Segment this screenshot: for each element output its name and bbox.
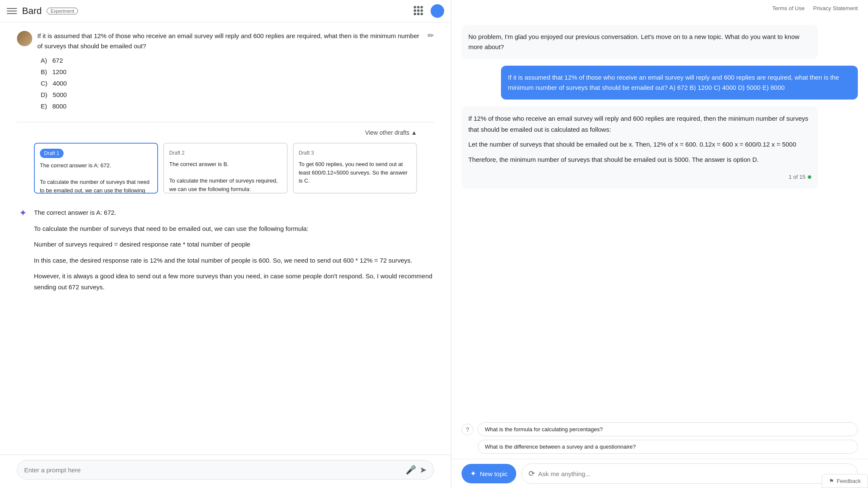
bard-intro-text: No problem, I'm glad you enjoyed our pre… xyxy=(468,33,799,50)
refresh-icon: ⟳ xyxy=(529,469,535,478)
menu-icon[interactable] xyxy=(7,6,17,16)
chevron-up-icon: ▲ xyxy=(411,129,417,136)
option-e: E) 8000 xyxy=(41,100,423,112)
response-p4: However, it is always a good idea to sen… xyxy=(34,271,434,292)
bard-answer-p2: Let the number of surveys that should be… xyxy=(468,139,812,150)
top-bar: Bard Experiment xyxy=(0,0,451,22)
bard-answer-bubble: If 12% of those who receive an email sur… xyxy=(462,106,818,189)
drafts-grid: Draft 1 The correct answer is A: 672.To … xyxy=(34,143,417,194)
sparkle-icon: ✦ xyxy=(470,469,476,478)
feedback-button[interactable]: ⚑ Feedback xyxy=(822,474,868,488)
option-c: C) 4000 xyxy=(41,78,423,89)
bard-answer-p1: If 12% of those who receive an email sur… xyxy=(468,113,812,135)
user-message: If it is assumed that 12% of those who r… xyxy=(17,31,434,112)
avatar[interactable] xyxy=(431,4,444,18)
message-content: If it is assumed that 12% of those who r… xyxy=(37,31,423,112)
ask-input-container: ⟳ xyxy=(521,463,858,484)
suggestion-row-1: ? What is the formula for calculating pe… xyxy=(462,422,858,436)
right-top-bar: Terms of Use Privacy Statement xyxy=(451,0,868,17)
microphone-icon[interactable]: 🎤 xyxy=(406,465,416,475)
response-answer: The correct answer is A: 672. xyxy=(34,207,434,218)
new-topic-label: New topic xyxy=(480,470,508,477)
conversation-area: If it is assumed that 12% of those who r… xyxy=(0,22,451,455)
bard-intro-bubble: No problem, I'm glad you enjoyed our pre… xyxy=(462,25,818,59)
send-icon[interactable]: ➤ xyxy=(420,465,427,475)
draft-1-label: Draft 1 xyxy=(40,149,64,158)
draft-card-2[interactable]: Draft 2 The correct answer is B.To calcu… xyxy=(163,143,287,194)
bard-star-icon: ✦ xyxy=(19,208,27,219)
right-bottom-bar: ✦ New topic ⟳ xyxy=(451,459,868,488)
option-a: A) 672 xyxy=(41,55,423,66)
top-bar-right xyxy=(414,4,444,18)
draft-card-3[interactable]: Draft 3 To get 600 replies, you need to … xyxy=(293,143,417,194)
suggestion-chip-2[interactable]: What is the difference between a survey … xyxy=(478,440,858,454)
view-drafts-button[interactable]: View other drafts ▲ xyxy=(365,129,417,136)
terms-of-use-link[interactable]: Terms of Use xyxy=(772,5,805,11)
input-area: 🎤 ➤ xyxy=(0,455,451,488)
draft-counter-text: 1 of 15 xyxy=(789,172,806,182)
drafts-header: View other drafts ▲ xyxy=(34,129,417,136)
draft-card-1[interactable]: Draft 1 The correct answer is A: 672.To … xyxy=(34,143,158,194)
drafts-section: View other drafts ▲ Draft 1 The correct … xyxy=(17,122,434,207)
response-body: The correct answer is A: 672. To calcula… xyxy=(34,207,434,297)
right-panel: Terms of Use Privacy Statement No proble… xyxy=(451,0,868,488)
question-text: If it is assumed that 12% of those who r… xyxy=(37,31,423,51)
bard-answer-p3: Therefore, the minimum number of surveys… xyxy=(468,154,812,165)
prompt-input[interactable] xyxy=(24,466,402,474)
green-dot-indicator xyxy=(808,175,811,179)
draft-counter: 1 of 15 xyxy=(468,169,812,182)
help-icon-1: ? xyxy=(462,424,473,435)
user-avatar xyxy=(17,31,32,46)
draft-1-text: The correct answer is A: 672.To calculat… xyxy=(40,161,152,194)
bard-icon: ✦ xyxy=(17,207,29,219)
option-d: D) 5000 xyxy=(41,89,423,100)
new-topic-button[interactable]: ✦ New topic xyxy=(462,464,516,483)
view-drafts-label: View other drafts xyxy=(365,129,409,136)
feedback-label: Feedback xyxy=(837,478,861,484)
options-list: A) 672 B) 1200 C) 4000 D) 5000 E) 8000 xyxy=(41,55,423,112)
edit-icon[interactable]: ✏ xyxy=(428,31,434,40)
draft-3-text: To get 600 replies, you need to send out… xyxy=(299,160,411,185)
right-conversation: No problem, I'm glad you enjoyed our pre… xyxy=(451,17,868,419)
response-p3: In this case, the desired response rate … xyxy=(34,255,434,266)
suggestion-chip-1[interactable]: What is the formula for calculating perc… xyxy=(478,422,858,436)
draft-2-label: Draft 2 xyxy=(169,149,184,157)
option-b: B) 1200 xyxy=(41,66,423,78)
suggestions-area: ? What is the formula for calculating pe… xyxy=(451,419,868,459)
input-box: 🎤 ➤ xyxy=(17,460,434,480)
left-panel: Bard Experiment If it is assumed that 12… xyxy=(0,0,451,488)
draft-2-text: The correct answer is B.To calculate the… xyxy=(169,160,281,193)
user-question-bubble: If it is assumed that 12% of those who r… xyxy=(501,66,858,100)
response-p1: To calculate the number of surveys that … xyxy=(34,223,434,234)
suggestion-row-2: What is the difference between a survey … xyxy=(462,440,858,454)
draft-3-label: Draft 3 xyxy=(299,149,314,157)
user-question-text: If it is assumed that 12% of those who r… xyxy=(508,74,839,91)
bard-logo: Bard xyxy=(22,6,42,17)
experiment-badge: Experiment xyxy=(47,8,78,14)
response-p2: Number of surveys required = desired res… xyxy=(34,239,434,250)
bard-response-row: ✦ The correct answer is A: 672. To calcu… xyxy=(17,207,434,297)
ask-input[interactable] xyxy=(538,470,851,477)
privacy-statement-link[interactable]: Privacy Statement xyxy=(813,5,858,11)
flag-icon: ⚑ xyxy=(829,478,834,484)
apps-icon[interactable] xyxy=(414,6,424,16)
